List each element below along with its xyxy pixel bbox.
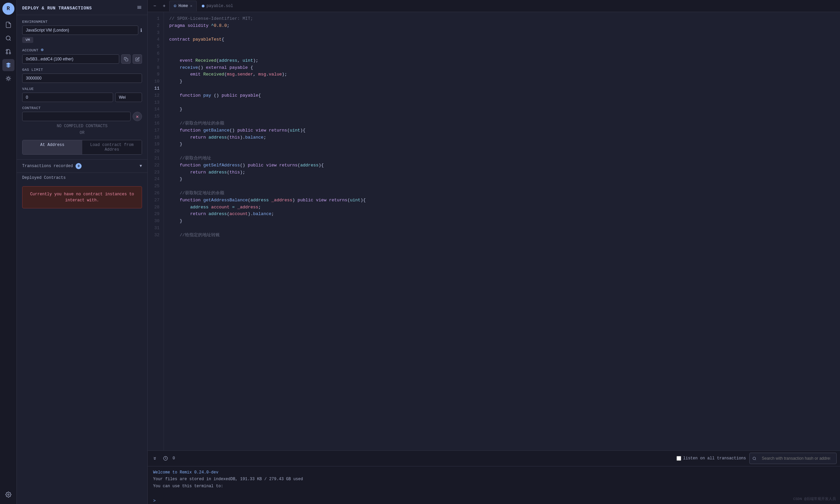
panel-header: DEPLOY & RUN TRANSACTIONS xyxy=(17,0,147,15)
git-icon-btn[interactable] xyxy=(2,46,14,58)
svg-rect-9 xyxy=(137,7,141,7)
account-label: ACCOUNT ⊕ xyxy=(22,47,142,53)
svg-point-13 xyxy=(753,457,755,460)
main-area: − + ⊙ Home ✕ payable.sol 12345 678910 11… xyxy=(148,0,840,504)
listen-label: listen on all transactions xyxy=(683,456,746,461)
contract-section: CONTRACT ✕ NO COMPILED CONTRACTS OR xyxy=(22,106,142,136)
environment-wrapper: JavaScript VM (London) ℹ xyxy=(22,25,142,35)
account-select[interactable]: 0x5B3...eddC4 (100 ether) xyxy=(22,54,119,64)
svg-rect-8 xyxy=(137,6,141,6)
listen-checkbox[interactable] xyxy=(677,456,681,461)
terminal-search-input[interactable] xyxy=(758,454,834,463)
warning-text: Currently you have no contract instances… xyxy=(30,192,134,203)
zoom-in-btn[interactable]: + xyxy=(160,2,169,11)
line-numbers: 12345 678910 1112131415 1617181920 21222… xyxy=(148,12,164,450)
settings-icon-btn[interactable] xyxy=(2,489,14,501)
vm-badge: VM xyxy=(22,37,33,43)
svg-point-7 xyxy=(7,494,9,496)
value-input[interactable]: 0 xyxy=(22,93,113,102)
tx-count-badge: 0 xyxy=(75,163,82,169)
account-section: ACCOUNT ⊕ 0x5B3...eddC4 (100 ether) xyxy=(22,47,142,64)
transactions-recorded-label: Transactions recorded xyxy=(22,164,73,168)
environment-label: ENVIRONMENT xyxy=(22,20,142,24)
terminal-expand-btn[interactable] xyxy=(151,455,158,462)
svg-rect-10 xyxy=(137,8,141,9)
gas-limit-section: GAS LIMIT 3000000 xyxy=(22,68,142,83)
tab-home-label: Home xyxy=(178,4,188,8)
tab-file-label: payable.sol xyxy=(207,4,233,8)
terminal-info1: Your files are stored in indexedDB, 191.… xyxy=(153,476,835,483)
no-contracts-text: NO COMPILED CONTRACTS xyxy=(22,121,142,130)
addr-btn-row: At Address Load contract from Addres xyxy=(22,140,142,155)
load-contract-btn[interactable]: Load contract from Addres xyxy=(82,140,142,154)
deploy-icon-btn[interactable] xyxy=(2,59,14,71)
edit-account-btn[interactable] xyxy=(133,54,142,64)
left-panel: DEPLOY & RUN TRANSACTIONS ENVIRONMENT Ja… xyxy=(17,0,148,504)
home-icon: ⊙ xyxy=(174,3,176,9)
at-address-btn[interactable]: At Address xyxy=(22,140,82,154)
icon-bar: R xyxy=(0,0,17,504)
panel-body: ENVIRONMENT JavaScript VM (London) ℹ VM … xyxy=(17,15,147,159)
listen-row: listen on all transactions xyxy=(677,456,746,461)
svg-line-14 xyxy=(755,459,756,460)
gas-limit-label: GAS LIMIT xyxy=(22,68,142,72)
or-text: OR xyxy=(22,130,142,136)
environment-info-icon[interactable]: ℹ xyxy=(140,28,142,33)
value-row: 0 Wei Gwei Finney Ether xyxy=(22,93,142,102)
tab-home-close[interactable]: ✕ xyxy=(190,4,192,8)
account-add-icon[interactable]: ⊕ xyxy=(41,47,43,53)
tab-file-dot xyxy=(202,5,205,7)
search-icon-btn[interactable] xyxy=(2,32,14,44)
terminal-info2: You can use this terminal to: xyxy=(153,483,835,490)
environment-section: ENVIRONMENT JavaScript VM (London) ℹ VM xyxy=(22,20,142,43)
svg-point-4 xyxy=(6,52,8,54)
tab-payable[interactable]: payable.sol xyxy=(197,1,238,12)
panel-title: DEPLOY & RUN TRANSACTIONS xyxy=(22,6,92,11)
warning-box: Currently you have no contract instances… xyxy=(22,186,142,209)
tab-home[interactable]: ⊙ Home ✕ xyxy=(169,1,197,12)
debug-icon-btn[interactable] xyxy=(2,72,14,85)
svg-point-3 xyxy=(6,49,8,51)
copy-account-btn[interactable] xyxy=(121,54,130,64)
watermark: CSDN @后端常规开发人员 xyxy=(793,496,836,501)
files-icon-btn[interactable] xyxy=(2,19,14,31)
zoom-out-btn[interactable]: − xyxy=(151,2,159,11)
terminal-content: Welcome to Remix 0.24.0-dev Your files a… xyxy=(148,466,840,498)
contract-row: ✕ xyxy=(22,112,142,121)
svg-rect-11 xyxy=(125,58,127,61)
editor-area: 12345 678910 1112131415 1617181920 21222… xyxy=(148,12,840,450)
terminal-area: 0 listen on all transactions Welcome to … xyxy=(148,450,840,504)
tx-label: Transactions recorded 0 xyxy=(22,163,82,169)
svg-line-1 xyxy=(10,39,11,40)
icon-bar-top: R xyxy=(2,3,14,487)
deployed-label: Deployed Contracts xyxy=(22,176,66,180)
panel-menu-icon[interactable] xyxy=(137,5,142,12)
search-terminal xyxy=(749,453,837,464)
environment-select[interactable]: JavaScript VM (London) xyxy=(22,25,138,35)
chevron-down-icon: ▼ xyxy=(140,164,142,168)
terminal-welcome: Welcome to Remix 0.24.0-dev xyxy=(153,469,835,476)
svg-point-0 xyxy=(6,36,10,40)
terminal-search-icon xyxy=(752,456,756,461)
logo-button[interactable]: R xyxy=(2,3,14,15)
deployed-contracts-row: Deployed Contracts xyxy=(17,173,147,183)
unit-select[interactable]: Wei Gwei Finney Ether xyxy=(115,93,142,102)
transactions-row[interactable]: Transactions recorded 0 ▼ xyxy=(17,159,147,173)
terminal-tx-count: 0 xyxy=(173,456,175,461)
contract-select[interactable] xyxy=(22,112,130,121)
tabs-bar: − + ⊙ Home ✕ payable.sol xyxy=(148,0,840,12)
svg-point-6 xyxy=(7,77,10,79)
terminal-prompt[interactable]: > xyxy=(148,498,840,504)
code-content[interactable]: // SPDX-License-Identifier: MIT; pragma … xyxy=(164,12,840,450)
terminal-toolbar: 0 listen on all transactions xyxy=(148,451,840,466)
contract-clear-btn[interactable]: ✕ xyxy=(133,112,142,121)
terminal-clock-btn[interactable] xyxy=(162,455,169,462)
svg-point-2 xyxy=(9,52,11,54)
value-label: VALUE xyxy=(22,87,142,91)
contract-label: CONTRACT xyxy=(22,106,142,110)
value-section: VALUE 0 Wei Gwei Finney Ether xyxy=(22,87,142,102)
gas-limit-input[interactable]: 3000000 xyxy=(22,73,142,83)
account-row: 0x5B3...eddC4 (100 ether) xyxy=(22,54,142,64)
